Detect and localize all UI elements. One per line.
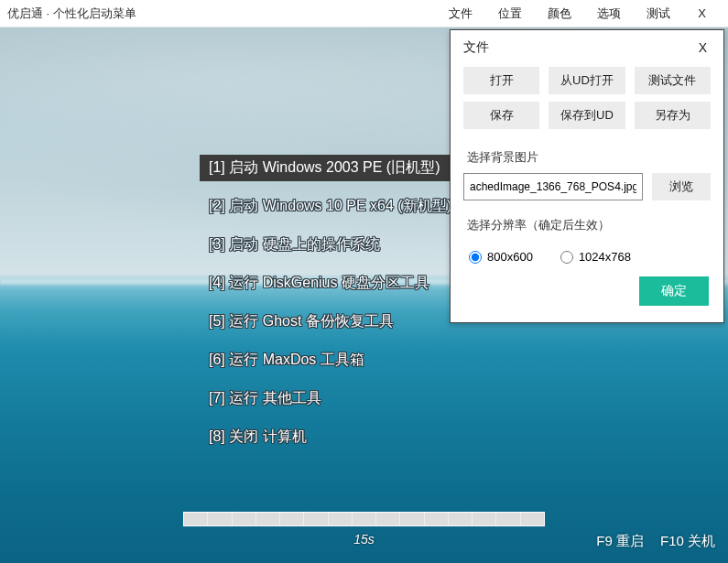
file-panel-header: 文件 X bbox=[451, 30, 723, 63]
boot-menu-item-6[interactable]: [6] 运行 MaxDos 工具箱 bbox=[200, 347, 461, 374]
progress-segment bbox=[329, 513, 353, 525]
progress-segment bbox=[184, 513, 208, 525]
bg-section-label: 选择背景图片 bbox=[451, 133, 723, 173]
menu-options[interactable]: 选项 bbox=[584, 0, 634, 27]
progress-segment bbox=[400, 513, 424, 525]
progress-segment bbox=[208, 513, 232, 525]
file-panel-row1: 打开 从UD打开 测试文件 bbox=[451, 63, 723, 98]
resolution-800x600-label: 800x600 bbox=[487, 250, 533, 264]
progress-segment bbox=[521, 513, 544, 525]
boot-menu-item-7[interactable]: [7] 运行 其他工具 bbox=[200, 385, 461, 412]
boot-menu-item-5[interactable]: [5] 运行 Ghost 备份恢复工具 bbox=[200, 309, 461, 335]
app-title: 优启通 · 个性化启动菜单 bbox=[7, 5, 436, 22]
file-panel-close-button[interactable]: X bbox=[693, 40, 712, 55]
save-as-button[interactable]: 另存为 bbox=[635, 102, 711, 129]
app-window: 优启通 · 个性化启动菜单 文件 位置 颜色 选项 测试 X [1] 启动 Wi… bbox=[0, 0, 728, 563]
preview-stage: [1] 启动 Windows 2003 PE (旧机型) [2] 启动 Wind… bbox=[0, 27, 728, 563]
titlebar: 优启通 · 个性化启动菜单 文件 位置 颜色 选项 测试 X bbox=[0, 0, 728, 27]
window-close-button[interactable]: X bbox=[683, 0, 721, 27]
resolution-1024x768[interactable]: 1024x768 bbox=[560, 250, 631, 264]
fn-reboot: F9 重启 bbox=[596, 533, 644, 550]
progress-segment bbox=[449, 513, 473, 525]
menu-position[interactable]: 位置 bbox=[485, 0, 535, 27]
save-to-ud-button[interactable]: 保存到UD bbox=[549, 102, 625, 129]
progress-segment bbox=[376, 513, 400, 525]
menu-color[interactable]: 颜色 bbox=[535, 0, 584, 27]
function-keys: F9 重启 F10 关机 bbox=[596, 533, 715, 550]
bg-input-row: 浏览 bbox=[451, 173, 723, 200]
progress-segment bbox=[496, 513, 520, 525]
menubar: 文件 位置 颜色 选项 测试 X bbox=[436, 0, 721, 27]
file-panel: 文件 X 打开 从UD打开 测试文件 保存 保存到UD 另存为 选择背景图片 浏… bbox=[450, 29, 724, 323]
resolution-800x600[interactable]: 800x600 bbox=[469, 250, 533, 264]
progress-segment bbox=[304, 513, 328, 525]
progress-segment bbox=[353, 513, 376, 525]
boot-menu-item-4[interactable]: [4] 运行 DiskGenius 硬盘分区工具 bbox=[200, 270, 461, 297]
boot-menu-item-8[interactable]: [8] 关闭 计算机 bbox=[200, 424, 461, 450]
countdown-progress bbox=[183, 512, 545, 526]
resolution-1024x768-radio[interactable] bbox=[560, 251, 573, 264]
resolution-1024x768-label: 1024x768 bbox=[579, 250, 631, 264]
progress-segment bbox=[233, 513, 256, 525]
menu-file[interactable]: 文件 bbox=[436, 0, 485, 27]
file-panel-title: 文件 bbox=[463, 39, 693, 56]
resolution-800x600-radio[interactable] bbox=[469, 251, 482, 264]
resolution-section-label: 选择分辨率（确定后生效） bbox=[451, 200, 723, 241]
file-panel-row2: 保存 保存到UD 另存为 bbox=[451, 98, 723, 133]
fn-shutdown: F10 关机 bbox=[660, 533, 715, 550]
menu-test[interactable]: 测试 bbox=[634, 0, 683, 27]
boot-menu-item-1[interactable]: [1] 启动 Windows 2003 PE (旧机型) bbox=[200, 155, 461, 181]
test-file-button[interactable]: 测试文件 bbox=[635, 67, 711, 94]
progress-segment bbox=[473, 513, 496, 525]
boot-menu-item-2[interactable]: [2] 启动 Windows 10 PE x64 (新机型) bbox=[200, 193, 461, 220]
save-button[interactable]: 保存 bbox=[463, 102, 539, 129]
resolution-options: 800x600 1024x768 bbox=[451, 241, 723, 267]
bg-path-input[interactable] bbox=[463, 173, 643, 200]
confirm-row: 确定 bbox=[451, 267, 723, 309]
boot-menu-item-3[interactable]: [3] 启动 硬盘上的操作系统 bbox=[200, 232, 461, 258]
open-button[interactable]: 打开 bbox=[463, 67, 539, 94]
progress-segment bbox=[425, 513, 449, 525]
progress-segment bbox=[256, 513, 280, 525]
boot-menu: [1] 启动 Windows 2003 PE (旧机型) [2] 启动 Wind… bbox=[200, 155, 461, 462]
browse-button[interactable]: 浏览 bbox=[652, 173, 711, 200]
confirm-button[interactable]: 确定 bbox=[639, 276, 709, 306]
open-from-ud-button[interactable]: 从UD打开 bbox=[549, 67, 625, 94]
progress-segment bbox=[280, 513, 304, 525]
